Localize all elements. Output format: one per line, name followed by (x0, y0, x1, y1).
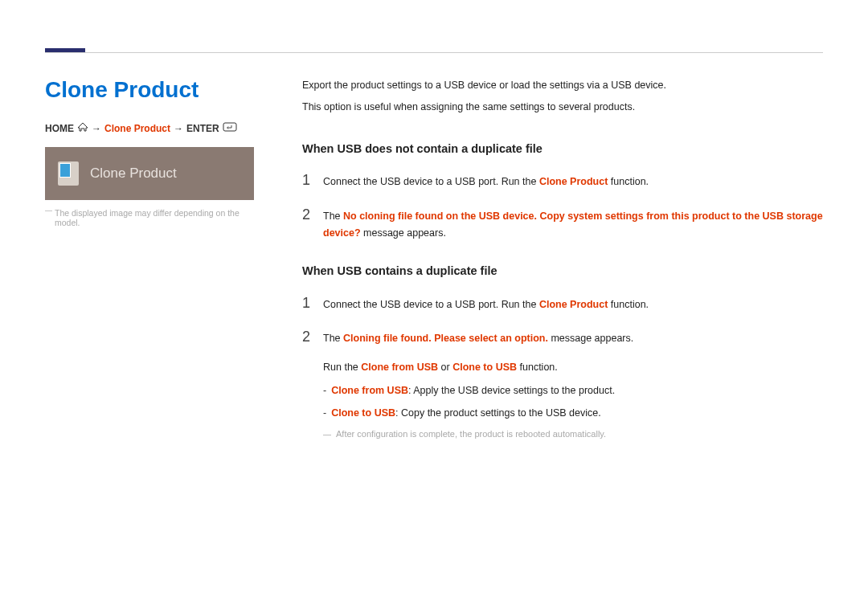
reboot-note: ― After configuration is complete, the p… (323, 427, 823, 442)
breadcrumb-current: Clone Product (104, 123, 170, 134)
clone-product-keyword-2: Clone Product (539, 299, 608, 310)
image-caption: The displayed image may differ depending… (45, 208, 254, 227)
section-2-step-2-text: The Cloning file found. Please select an… (323, 330, 823, 347)
step-number-2b: 2 (302, 325, 312, 349)
page-title: Clone Product (45, 77, 254, 103)
header-rule (45, 48, 823, 53)
clone-product-keyword: Clone Product (539, 176, 608, 187)
clone-to-usb-label: Clone to USB (331, 407, 395, 419)
section-2-step-1: 1 Connect the USB device to a USB port. … (302, 291, 823, 316)
breadcrumb: HOME → Clone Product → ENTER (45, 122, 254, 134)
step-number-1: 1 (302, 168, 312, 193)
clone-to-usb-keyword: Clone to USB (452, 362, 517, 373)
intro-block: Export the product settings to a USB dev… (302, 77, 823, 116)
intro-line-1: Export the product settings to a USB dev… (302, 77, 823, 94)
breadcrumb-home: HOME (45, 123, 74, 134)
enter-icon (223, 122, 237, 134)
section-2-heading: When USB contains a duplicate file (302, 261, 823, 281)
run-instruction: Run the Clone from USB or Clone to USB f… (323, 359, 823, 376)
clone-from-usb-keyword: Clone from USB (361, 362, 438, 373)
cloning-file-found-message: Cloning file found. Please select an opt… (343, 333, 548, 344)
clone-product-tile: Clone Product (45, 147, 254, 200)
page-container: Clone Product HOME → Clone Product → ENT… (0, 0, 868, 474)
home-icon (77, 122, 88, 134)
section-1-heading: When USB does not contain a duplicate fi… (302, 139, 823, 159)
section-1-step-1: 1 Connect the USB device to a USB port. … (302, 168, 823, 193)
section-2-step-2: 2 The Cloning file found. Please select … (302, 325, 823, 349)
intro-line-2: This option is useful when assigning the… (302, 99, 823, 116)
section-1-step-2: 2 The No cloning file found on the USB d… (302, 202, 823, 243)
clone-from-usb-label: Clone from USB (331, 385, 408, 396)
content-columns: Clone Product HOME → Clone Product → ENT… (45, 77, 823, 442)
step-number-1b: 1 (302, 291, 312, 316)
step-number-2: 2 (302, 202, 312, 227)
breadcrumb-arrow-2: → (174, 123, 183, 134)
section-1-step-1-text: Connect the USB device to a USB port. Ru… (323, 174, 823, 190)
clone-product-icon (58, 161, 79, 186)
tile-label: Clone Product (90, 166, 177, 182)
svg-rect-0 (223, 123, 236, 131)
right-column: Export the product settings to a USB dev… (302, 77, 823, 442)
breadcrumb-enter: ENTER (186, 123, 219, 134)
section-1-step-2-text: The No cloning file found on the USB dev… (323, 208, 823, 243)
option-clone-to-usb: - Clone to USB: Copy the product setting… (323, 405, 823, 422)
breadcrumb-arrow-1: → (92, 123, 101, 134)
option-clone-from-usb: - Clone from USB: Apply the USB device s… (323, 382, 823, 399)
sub-instructions: Run the Clone from USB or Clone to USB f… (323, 359, 823, 441)
section-2-step-1-text: Connect the USB device to a USB port. Ru… (323, 296, 823, 313)
left-column: Clone Product HOME → Clone Product → ENT… (45, 77, 254, 442)
